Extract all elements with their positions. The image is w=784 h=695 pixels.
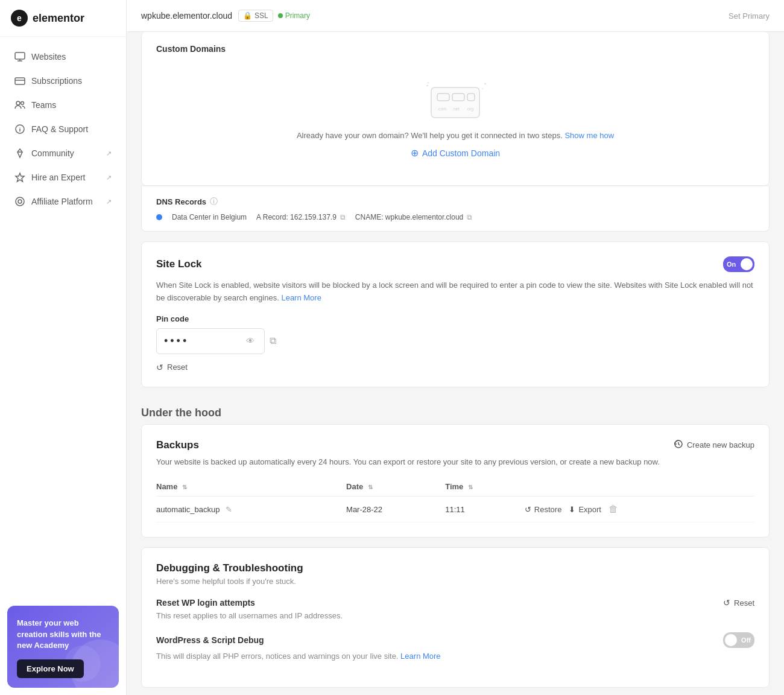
toggle-label: On: [727, 261, 736, 268]
svg-point-2: [16, 101, 20, 105]
restore-button[interactable]: ↺ Restore: [525, 505, 562, 514]
svg-marker-5: [16, 173, 24, 182]
col-name[interactable]: Name ⇅: [156, 477, 346, 497]
svg-point-6: [16, 197, 24, 206]
toggle-knob: [741, 258, 753, 270]
svg-point-7: [18, 200, 22, 203]
reset-icon: ↺: [156, 363, 163, 372]
logo-area[interactable]: e elementor: [0, 0, 126, 37]
wp-debug-toggle-label: Off: [741, 636, 751, 644]
wp-debug-toggle-knob: [725, 634, 737, 646]
card-icon: [14, 75, 25, 86]
sidebar: e elementor Websites Subscriptions Teams: [0, 0, 127, 695]
wp-debug-toggle[interactable]: Off: [723, 632, 754, 648]
promo-card: Master your web creation skills with the…: [7, 606, 119, 688]
cname-record: CNAME: wpkube.elementor.cloud ⧉: [355, 213, 472, 221]
a-record: A Record: 162.159.137.9 ⧉: [256, 213, 346, 221]
wp-debug-learn-more[interactable]: Learn More: [400, 652, 440, 661]
promo-title: Master your web creation skills with the…: [17, 618, 109, 651]
team-icon: [14, 100, 25, 110]
star-icon: [14, 172, 25, 183]
site-lock-learn-more[interactable]: Learn More: [281, 293, 321, 302]
backup-time-cell: 11:11: [445, 497, 525, 522]
sidebar-item-community[interactable]: Community ↗: [4, 142, 122, 165]
backup-name-cell: automatic_backup ✎: [156, 497, 346, 522]
svg-point-15: [428, 82, 429, 84]
table-row: automatic_backup ✎ Mar-28-22 11:11 ↺ Res…: [156, 497, 754, 522]
custom-domains-title: Custom Domains: [156, 44, 754, 54]
edit-backup-name-icon[interactable]: ✎: [226, 505, 232, 514]
backup-icon: [674, 439, 683, 451]
info-icon: [14, 124, 25, 135]
site-lock-toggle[interactable]: On: [723, 256, 754, 272]
pin-code-label: Pin code: [156, 314, 754, 323]
sidebar-item-faq[interactable]: FAQ & Support: [4, 118, 122, 141]
datacenter-dot: [156, 214, 162, 220]
svg-point-3: [21, 102, 24, 105]
site-lock-header: Site Lock On: [156, 256, 754, 272]
dns-info-icon[interactable]: ⓘ: [210, 196, 218, 207]
datacenter-text: Data Center in Belgium: [172, 213, 247, 221]
svg-rect-1: [15, 78, 25, 84]
dns-title: DNS Records: [156, 197, 206, 206]
add-custom-domain-button[interactable]: ⊕ Add Custom Domain: [411, 147, 500, 159]
explore-now-button[interactable]: Explore Now: [17, 659, 84, 678]
hire-label: Hire an Expert: [31, 173, 100, 182]
sidebar-item-affiliate[interactable]: Affiliate Platform ↗: [4, 190, 122, 213]
domain-row: wpkube.elementor.cloud 🔒 SSL Primary Set…: [127, 0, 784, 32]
logo-text: elementor: [33, 12, 84, 25]
delete-backup-icon[interactable]: 🗑: [609, 504, 618, 515]
affiliate-label: Affiliate Platform: [31, 197, 100, 206]
copy-pin-icon[interactable]: ⧉: [270, 335, 276, 346]
external-icon-hire: ↗: [106, 174, 112, 182]
site-lock-reset-button[interactable]: ↺ Reset: [156, 363, 188, 372]
teams-label: Teams: [31, 100, 112, 110]
sidebar-item-websites[interactable]: Websites: [4, 45, 122, 68]
svg-point-16: [482, 88, 483, 89]
site-lock-desc: When Site Lock is enabled, website visit…: [156, 279, 754, 305]
col-date[interactable]: Date ⇅: [346, 477, 445, 497]
svg-rect-8: [431, 87, 479, 118]
dns-section: DNS Records ⓘ Data Center in Belgium A R…: [141, 186, 770, 232]
lock-icon: 🔒: [243, 11, 252, 20]
plus-icon: ⊕: [411, 147, 419, 159]
ssl-badge: 🔒 SSL: [238, 10, 273, 22]
domain-help-text: Already have your own domain? We'll help…: [297, 131, 614, 140]
copy-a-record-icon[interactable]: ⧉: [340, 213, 346, 221]
domain-illustration-svg: .com .net .org: [419, 75, 492, 124]
sidebar-item-subscriptions[interactable]: Subscriptions: [4, 69, 122, 92]
backup-table: Name ⇅ Date ⇅ Time ⇅: [156, 477, 754, 522]
sort-name-icon: ⇅: [182, 484, 187, 490]
reset-wp-title: Reset WP login attempts: [156, 598, 255, 608]
export-icon: ⬇: [569, 505, 575, 514]
show-me-link[interactable]: Show me how: [564, 131, 614, 140]
logo-icon: e: [11, 10, 28, 27]
svg-text:.com: .com: [437, 107, 446, 111]
sort-date-icon: ⇅: [368, 484, 373, 490]
copy-cname-icon[interactable]: ⧉: [467, 213, 472, 221]
sidebar-item-hire[interactable]: Hire an Expert ↗: [4, 166, 122, 189]
eye-icon[interactable]: 👁: [246, 336, 257, 346]
debug-desc: Here's some helpful tools if you're stuc…: [156, 577, 754, 586]
wp-debug-section: WordPress & Script Debug Off This will d…: [156, 632, 754, 661]
wp-debug-desc: This will display all PHP errors, notice…: [156, 652, 754, 661]
col-time[interactable]: Time ⇅: [445, 477, 525, 497]
pin-input-row: •••• 👁 ⧉: [156, 328, 754, 354]
reset-wp-icon: ↺: [723, 598, 730, 608]
domain-url: wpkube.elementor.cloud: [141, 11, 232, 21]
sidebar-item-teams[interactable]: Teams: [4, 94, 122, 116]
subscriptions-label: Subscriptions: [31, 76, 112, 86]
wp-debug-title: WordPress & Script Debug: [156, 635, 264, 645]
under-hood-title: Under the hood: [127, 397, 784, 424]
backups-title: Backups: [156, 439, 199, 451]
create-new-backup-button[interactable]: Create new backup: [674, 439, 754, 451]
set-primary-link[interactable]: Set Primary: [729, 11, 770, 21]
domain-illustration: .com .net .org Already have your own dom…: [156, 63, 754, 171]
restore-icon: ↺: [525, 505, 531, 514]
external-icon-affiliate: ↗: [106, 198, 112, 206]
custom-domains-section: Custom Domains .com .net .org: [141, 32, 770, 186]
reset-wp-button[interactable]: ↺ Reset: [723, 598, 754, 608]
export-button[interactable]: ⬇ Export: [569, 505, 601, 514]
debug-card: Debugging & Troubleshooting Here's some …: [141, 547, 770, 688]
pin-input-field[interactable]: •••• 👁: [156, 328, 265, 354]
